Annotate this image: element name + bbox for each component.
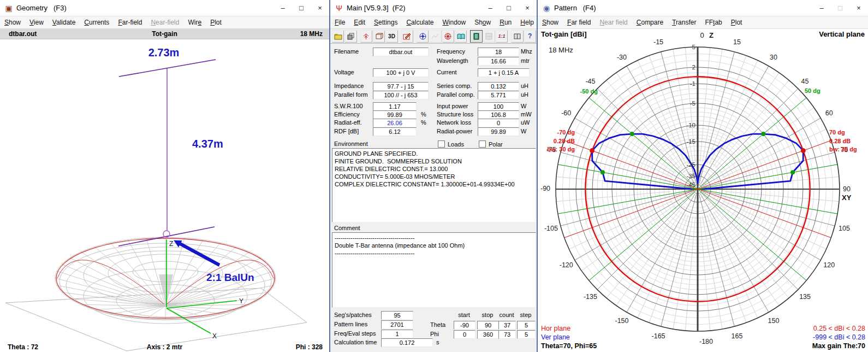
ring-label: -5 <box>690 100 695 107</box>
balun-annotation: 2:1 BalUn <box>206 272 254 283</box>
sweep-theta-step[interactable]: 5 <box>517 321 536 330</box>
antenna-editor-icon[interactable] <box>360 30 372 43</box>
voltage-field[interactable]: 100 + j 0 V <box>373 68 429 77</box>
geometry-menu-view[interactable]: View <box>25 16 48 28</box>
impedance-field[interactable]: 97.7 - j 15 <box>373 82 429 91</box>
geometry-menu-validate[interactable]: Validate <box>48 16 80 28</box>
efficiency-field[interactable]: 99.89 <box>373 110 417 119</box>
parallel_comp-field[interactable]: 5.771 <box>478 91 519 99</box>
ring-label: -10 <box>686 122 695 128</box>
radiat_power-field[interactable]: 99.89 <box>478 127 519 136</box>
network_loss-field[interactable]: 0 <box>478 119 519 127</box>
series_comp-field[interactable]: 0.132 <box>478 82 519 91</box>
main-menu-help[interactable]: Help <box>516 16 538 28</box>
pattern-menu-fftab[interactable]: FFtab <box>700 16 726 28</box>
rdf-field[interactable]: 6.12 <box>373 127 417 136</box>
minimize-button[interactable]: – <box>274 0 292 16</box>
main-menu-settings[interactable]: Settings <box>370 16 402 28</box>
pattern-menu-transfer[interactable]: Transfer <box>668 16 700 28</box>
maximize-button[interactable]: □ <box>500 0 518 16</box>
geometry-menu-plot[interactable]: Plot <box>206 16 226 28</box>
3d-view-icon[interactable]: 3D <box>385 30 397 43</box>
geometry-menu-show[interactable]: Show <box>0 16 25 28</box>
wavelength-field[interactable]: 16.66 <box>478 57 519 66</box>
swr-label: S.W.R.100 <box>334 103 363 109</box>
pattern_lines-field[interactable]: 2701 <box>381 320 413 329</box>
pattern-view-icon[interactable] <box>417 30 429 43</box>
pattern-menu-near-field[interactable]: Near field <box>595 16 632 28</box>
main-menu-window[interactable]: Window <box>438 16 470 28</box>
freq_steps-label: Freq/Eval steps <box>334 330 376 337</box>
comment-text[interactable]: ----------------------------------------… <box>332 232 536 308</box>
sweep-theta-stop[interactable]: 90 <box>477 321 499 330</box>
help-icon[interactable]: ? <box>524 30 536 43</box>
pattern-menu-far-field[interactable]: Far field <box>563 16 595 28</box>
geometry-plot-type: Tot-gain <box>0 30 329 38</box>
pattern-menu-compare[interactable]: Compare <box>632 16 668 28</box>
minimize-button[interactable]: – <box>812 0 831 16</box>
edit-file-icon[interactable] <box>401 30 413 43</box>
loads-checkbox[interactable]: Loads <box>438 140 464 148</box>
polar-plot[interactable]: 52-1-5-10-15-25-35-451530456075105120135… <box>538 29 868 352</box>
sweep-phi-stop[interactable]: 360 <box>477 330 499 339</box>
angle-label: -165 <box>652 332 665 340</box>
geometry-menu-wire[interactable]: Wire <box>183 16 206 28</box>
segs-field[interactable]: 95 <box>381 311 413 320</box>
main-menu-calculate[interactable]: Calculate <box>402 16 438 28</box>
calc_time-field[interactable]: 0.172 <box>381 338 433 347</box>
radiat_eff-field[interactable]: 26.06 <box>373 119 417 127</box>
main-menu-run[interactable]: Run <box>495 16 516 28</box>
frequency-field[interactable]: 18 <box>478 48 519 56</box>
input_power-field[interactable]: 100 <box>478 102 519 111</box>
structure_loss-field[interactable]: 106.8 <box>478 110 519 119</box>
sweep-phi-start[interactable]: 0 <box>454 330 475 339</box>
sweep-phi-count[interactable]: 73 <box>498 330 516 339</box>
maximize-button[interactable]: □ <box>292 0 311 16</box>
line-chart-icon[interactable] <box>429 30 441 43</box>
geometry-menu-near-field[interactable]: Near-field <box>146 16 183 28</box>
geometry-titlebar[interactable]: ▣ Geometry (F3) – □ × <box>0 0 329 16</box>
docs-book-icon[interactable] <box>511 30 523 43</box>
main-menu-edit[interactable]: Edit <box>349 16 370 28</box>
geometry-3d-view[interactable]: ZXY2:1 BalUn2.73m4.37m Theta : 72 Axis :… <box>0 39 329 352</box>
main-menu-show[interactable]: Show <box>470 16 495 28</box>
environment-text[interactable]: GROUND PLANE SPECIFIED. FINITE GROUND. S… <box>332 148 536 222</box>
maximize-button[interactable]: □ <box>831 0 849 16</box>
scale-1-1-icon[interactable]: 1:1 <box>496 30 508 43</box>
close-button[interactable]: × <box>311 0 329 16</box>
smith-chart-icon[interactable] <box>442 30 454 43</box>
current-field[interactable]: 1 + j 0.15 A <box>478 68 530 77</box>
copy-window-icon[interactable] <box>344 30 356 43</box>
angle-label: 45 <box>801 78 809 85</box>
notebook-icon[interactable] <box>470 30 482 43</box>
parallel_form-field[interactable]: 100 // - j 653 <box>373 91 429 99</box>
close-button[interactable]: × <box>518 0 537 16</box>
main-menu-file[interactable]: File <box>330 16 349 28</box>
geometry-menu-currents[interactable]: Currents <box>80 16 114 28</box>
geometry-menu-far-field[interactable]: Far-field <box>114 16 146 28</box>
loads-checkbox-box[interactable] <box>438 140 445 148</box>
sweep-phi-step[interactable]: 5 <box>517 330 536 339</box>
main-titlebar[interactable]: Ψ Main [V5.9.3] (F2) – □ × <box>330 0 537 16</box>
geometry-infobar: dtbar.out Tot-gain 18 MHz <box>0 29 329 39</box>
pattern-titlebar[interactable]: ◉ Pattern (F4) – □ × <box>538 0 868 16</box>
minimize-button[interactable]: – <box>481 0 500 16</box>
angle-label: -45 <box>585 78 595 85</box>
geometry-view-icon[interactable] <box>373 30 385 43</box>
filename-field[interactable]: dtbar.out <box>373 48 429 56</box>
open-file-icon[interactable] <box>332 30 344 43</box>
close-button[interactable]: × <box>849 0 868 16</box>
compare-icon[interactable] <box>483 30 495 43</box>
polar-checkbox[interactable]: Polar <box>479 140 503 148</box>
pattern-menu-plot[interactable]: Plot <box>727 16 747 28</box>
sweep-theta-count[interactable]: 37 <box>498 321 516 330</box>
geometry-3d-canvas[interactable]: ZXY2:1 BalUn2.73m4.37m <box>0 39 329 352</box>
swr-field[interactable]: 1.17 <box>373 102 417 111</box>
polar-checkbox-box[interactable] <box>479 140 486 148</box>
sweep-theta-start[interactable]: -90 <box>454 321 475 330</box>
pattern-menu-show[interactable]: Show <box>538 16 563 28</box>
far-field-book-icon[interactable] <box>455 30 467 43</box>
beamwidth-angle-left: -50 dg <box>580 88 598 95</box>
sweep-header-stop: stop <box>478 312 497 318</box>
freq_steps-field[interactable]: 1 <box>381 330 413 338</box>
